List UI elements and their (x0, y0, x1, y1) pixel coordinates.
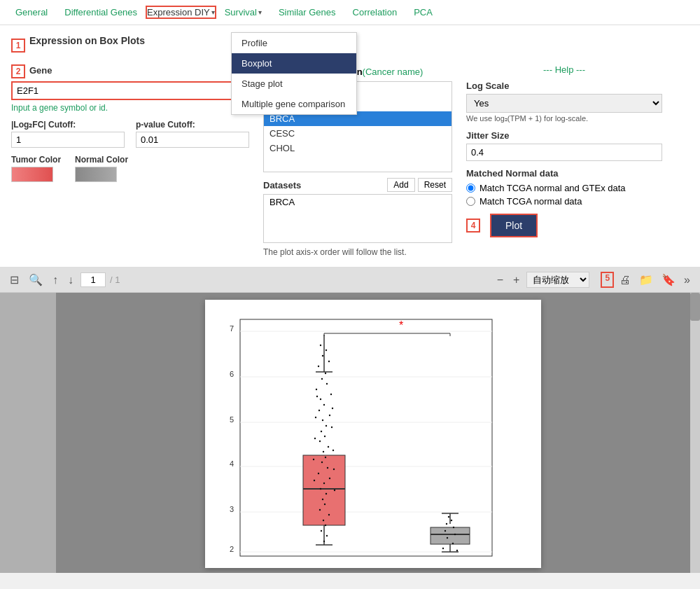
radio2-label[interactable]: Match TCGA normal data (466, 196, 662, 207)
step2-badge: 2 (11, 64, 25, 78)
svg-point-79 (446, 523, 447, 525)
normal-color-label: Normal Color (75, 155, 128, 165)
nav-similar-genes[interactable]: Similar Genes (270, 1, 344, 23)
cancer-item-chol[interactable]: CHOL (264, 141, 451, 155)
page-number-input[interactable] (80, 272, 106, 287)
svg-point-81 (444, 530, 446, 532)
nav-general[interactable]: General (7, 1, 56, 23)
svg-point-25 (321, 378, 323, 380)
pdf-right-tools: 5 🖨 📁 🔖 » (601, 272, 693, 288)
more-btn[interactable]: » (681, 272, 693, 288)
svg-point-33 (322, 420, 323, 421)
help-text: --- Help --- (543, 64, 585, 75)
nav-correlation[interactable]: Correlation (344, 1, 406, 23)
svg-point-80 (453, 527, 454, 528)
radio1-input[interactable] (466, 183, 475, 193)
nav-survival[interactable]: Survival ▾ (216, 1, 270, 23)
dropdown-profile[interactable]: Profile (232, 33, 356, 53)
jitter-group: Jitter Size (466, 130, 662, 161)
svg-point-40 (325, 457, 326, 458)
svg-point-77 (448, 516, 449, 518)
svg-point-19 (320, 345, 321, 346)
svg-point-23 (318, 366, 319, 367)
svg-point-52 (323, 520, 324, 521)
svg-point-85 (442, 548, 444, 549)
normal-color-group: Normal Color (75, 155, 128, 182)
datasets-label: Datasets (263, 180, 301, 190)
log-scale-select[interactable]: Yes No (466, 94, 662, 113)
svg-point-66 (334, 490, 335, 491)
svg-point-48 (322, 499, 323, 500)
nav-survival-label: Survival (225, 7, 257, 18)
svg-point-37 (319, 441, 321, 442)
svg-point-20 (326, 349, 327, 351)
save-btn[interactable]: 📁 (636, 272, 656, 288)
radio2-input[interactable] (466, 197, 475, 206)
logfc-input[interactable] (11, 132, 125, 148)
svg-text:3: 3 (230, 505, 234, 513)
jitter-label: Jitter Size (466, 130, 662, 141)
svg-text:4: 4 (230, 459, 234, 468)
nav-pca[interactable]: PCA (405, 1, 441, 23)
svg-rect-15 (303, 455, 345, 525)
svg-point-24 (325, 373, 326, 374)
cancer-item-cesc[interactable]: CESC (264, 126, 451, 141)
pdf-toolbar: ⊟ 🔍 ↑ ↓ / 1 − + 自动缩放 50% 75% 100% 125% 1… (0, 268, 700, 293)
pvalue-input[interactable] (136, 132, 249, 148)
pdf-page: 7 6 5 4 3 2 (205, 300, 541, 568)
svg-point-22 (328, 361, 330, 362)
add-button[interactable]: Add (387, 178, 414, 192)
zoom-in-btn[interactable]: + (510, 272, 522, 288)
svg-point-63 (313, 459, 314, 460)
zoom-select[interactable]: 自动缩放 50% 75% 100% 125% 150% (526, 272, 589, 288)
svg-point-36 (324, 436, 326, 437)
radio1-label[interactable]: Match TCGA normal and GTEx data (466, 183, 662, 193)
tumor-color-group: Tumor Color (11, 155, 61, 182)
svg-point-41 (321, 462, 323, 463)
print-btn[interactable]: 🖨 (617, 272, 634, 288)
svg-point-46 (320, 488, 321, 490)
next-page-btn[interactable]: ↓ (65, 272, 76, 288)
dropdown-multi-gene[interactable]: Multiple gene comparison (232, 94, 356, 114)
right-panel: --- Help --- Log Scale Yes No We use log… (466, 64, 662, 237)
bookmark-btn[interactable]: 🔖 (659, 272, 678, 288)
logfc-cutoff-group: |Log₂FC| Cutoff: (11, 120, 125, 148)
zoom-out-btn[interactable]: − (494, 272, 506, 288)
axis-note: The plot axis-x order will follow the li… (263, 247, 452, 257)
nav-expression-diy[interactable]: Expression DIY ▾ Profile Boxplot Stage p… (146, 6, 216, 19)
radio1-text: Match TCGA normal and GTEx data (479, 183, 626, 193)
svg-point-45 (323, 483, 325, 484)
search-btn[interactable]: 🔍 (26, 272, 46, 288)
dropdown-stage-plot[interactable]: Stage plot (232, 74, 356, 94)
svg-point-44 (329, 478, 330, 479)
svg-point-54 (321, 530, 322, 532)
svg-point-51 (328, 514, 330, 515)
left-panel: 2 Gene Input a gene symbol or id. |Log₂F… (11, 64, 249, 182)
dropdown-boxplot[interactable]: Boxplot (232, 53, 356, 74)
jitter-input[interactable] (466, 144, 662, 161)
normal-color-swatch[interactable] (75, 167, 117, 182)
tumor-color-swatch[interactable] (11, 167, 53, 182)
page-total: / 1 (110, 275, 120, 285)
nav-diff-genes[interactable]: Differential Genes (56, 1, 146, 23)
svg-point-27 (316, 389, 317, 390)
plot-button[interactable]: Plot (490, 214, 538, 237)
svg-point-21 (322, 355, 323, 356)
svg-text:*: * (399, 319, 403, 331)
matched-normal-label: Matched Normal data (466, 168, 662, 179)
logfc-label: |Log₂FC| Cutoff: (11, 120, 125, 130)
matched-normal-group: Matched Normal data Match TCGA normal an… (466, 168, 662, 207)
gene-input[interactable] (11, 81, 249, 100)
prev-page-btn[interactable]: ↑ (50, 272, 61, 288)
svg-point-58 (332, 408, 333, 409)
scrollbar-thumb[interactable] (690, 293, 700, 321)
pdf-scrollbar[interactable] (690, 293, 700, 573)
sidebar-toggle-btn[interactable]: ⊟ (7, 272, 22, 288)
reset-button[interactable]: Reset (418, 178, 452, 192)
step1-badge: 1 (11, 39, 25, 53)
top-nav: General Differential Genes Expression DI… (0, 0, 700, 25)
nav-expression-diy-label: Expression DIY (147, 7, 210, 18)
tumor-color-label: Tumor Color (11, 155, 61, 165)
svg-point-34 (326, 425, 327, 427)
svg-point-49 (324, 504, 326, 505)
